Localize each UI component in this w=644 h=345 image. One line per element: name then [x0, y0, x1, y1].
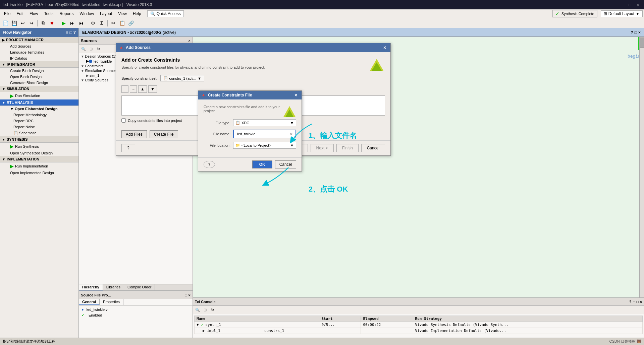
nav-item-run-synthesis[interactable]: ▶ Run Synthesis: [0, 143, 78, 150]
finish-btn[interactable]: Finish: [336, 144, 359, 152]
maximize-btn[interactable]: □: [627, 1, 633, 8]
new-btn[interactable]: 📄: [1, 19, 9, 27]
nav-section-header-sim[interactable]: ▼ SIMULATION: [0, 86, 78, 92]
sources-close-btn[interactable]: ×: [188, 39, 191, 43]
restart-btn[interactable]: ⏮: [77, 19, 85, 27]
ccd-filetype-select[interactable]: 📋 XDC ▼: [233, 119, 296, 126]
sources-refresh-btn[interactable]: ↻: [95, 46, 102, 52]
flow-nav-help-icon[interactable]: ?: [73, 30, 76, 35]
sfp-float-icon[interactable]: □: [185, 293, 187, 297]
add-files-btn[interactable]: Add Files: [121, 130, 147, 138]
step-btn[interactable]: ⏭: [68, 19, 76, 27]
sources-search-btn[interactable]: 🔍: [80, 46, 87, 52]
close-btn[interactable]: ×: [635, 1, 641, 8]
layout-dropdown[interactable]: ⊞ Default Layout ▼: [601, 10, 643, 17]
nav-item-report-drc[interactable]: Report DRC: [0, 118, 78, 124]
nav-item-generate-block-design[interactable]: Generate Block Design: [0, 80, 78, 86]
ccd-location-select[interactable]: 📁 <Local to Project> ▼: [233, 142, 296, 149]
move-down-btn[interactable]: ▼: [148, 85, 157, 93]
sigma-btn[interactable]: Σ: [98, 19, 106, 27]
tcl-close-icon[interactable]: ×: [640, 300, 642, 304]
tab-hierarchy[interactable]: Hierarchy: [79, 284, 103, 290]
sfp-tab-properties[interactable]: Properties: [100, 299, 123, 305]
menu-layout[interactable]: Layout: [97, 11, 115, 17]
copy-btn[interactable]: ⧉: [39, 19, 47, 27]
ccd-filename-clear-btn[interactable]: ✕: [288, 131, 294, 137]
sources-layout-btn[interactable]: ⊞: [88, 46, 94, 52]
save-btn[interactable]: 💾: [10, 19, 18, 27]
nav-item-language-templates[interactable]: Language Templates: [0, 49, 78, 55]
ccd-cancel-btn[interactable]: Cancel: [275, 160, 296, 168]
paste-btn[interactable]: 📋: [118, 19, 126, 27]
tcl-float-icon[interactable]: □: [636, 300, 639, 304]
tcl-cell-impl1-impl: constrs_1: [262, 328, 319, 334]
tcl-search-btn[interactable]: 🔍: [194, 306, 201, 313]
flow-nav-float-icon[interactable]: □: [69, 30, 72, 35]
undo-btn[interactable]: ↩: [19, 19, 27, 27]
constraint-set-value[interactable]: 📋 constrs_1 (acti... ▼: [160, 75, 205, 81]
nav-item-open-impl[interactable]: Open Implemented Design: [0, 170, 78, 176]
menu-flow[interactable]: Flow: [27, 11, 41, 17]
nav-section-header-project[interactable]: ▶ PROJECT MANAGER: [0, 37, 78, 43]
nav-item-run-simulation[interactable]: ▶ Run Simulation: [0, 92, 78, 99]
ccd-filename-input[interactable]: [235, 131, 288, 137]
nav-item-ip-catalog[interactable]: IP Catalog: [0, 55, 78, 61]
tab-libraries[interactable]: Libraries: [103, 284, 124, 290]
ccd-filetype-row: File type: 📋 XDC ▼: [204, 119, 296, 126]
flow-nav-pin-icon[interactable]: ≡: [66, 30, 68, 35]
nav-item-schematic[interactable]: 📋 Schematic: [0, 130, 78, 136]
nav-section-header-impl[interactable]: ▼ IMPLEMENTATION: [0, 156, 78, 162]
add-file-btn[interactable]: +: [121, 85, 128, 93]
quick-access-bar[interactable]: 🔍 Quick Access: [147, 10, 184, 17]
link-btn[interactable]: 🔗: [127, 19, 135, 27]
menu-view[interactable]: View: [115, 11, 129, 17]
tcl-help-icon[interactable]: ?: [629, 300, 632, 304]
settings-btn[interactable]: ⚙: [89, 19, 97, 27]
copy-constraints-checkbox[interactable]: [121, 118, 126, 123]
create-file-btn[interactable]: Create File: [150, 130, 178, 138]
sfp-close-icon[interactable]: ×: [189, 293, 191, 297]
move-up-btn[interactable]: ▲: [138, 85, 147, 93]
nav-section-header-rtl[interactable]: ▼ RTL ANALYSIS: [0, 99, 78, 106]
ccd-help-btn[interactable]: ?: [204, 161, 215, 168]
nav-item-run-impl[interactable]: ▶ Run Implementation: [0, 162, 78, 170]
menu-edit[interactable]: Edit: [14, 11, 26, 17]
sources-tabs: Hierarchy Libraries Compile Order: [79, 284, 193, 291]
nav-item-open-block-design[interactable]: Open Block Design: [0, 74, 78, 80]
menu-window[interactable]: Window: [77, 11, 97, 17]
tcl-min-icon[interactable]: −: [633, 300, 635, 304]
elaborated-float-icon[interactable]: □: [635, 30, 637, 35]
nav-section-header-synthesis[interactable]: ▼ SYNTHESIS: [0, 136, 78, 143]
tcl-layout-btn[interactable]: ⊞: [202, 306, 208, 313]
remove-file-btn[interactable]: −: [130, 85, 137, 93]
nav-item-report-methodology[interactable]: Report Methodology: [0, 112, 78, 118]
ccd-close-btn[interactable]: ×: [293, 92, 299, 98]
ccd-filetype-icon: 📋: [235, 121, 240, 125]
cut-btn[interactable]: ✂: [109, 19, 117, 27]
nav-item-open-elaborated[interactable]: ▼ Open Elaborated Design: [0, 106, 78, 112]
tcl-refresh-btn[interactable]: ↻: [209, 306, 216, 313]
nav-item-create-block-design[interactable]: Create Block Design: [0, 68, 78, 74]
minimize-btn[interactable]: −: [619, 1, 625, 8]
tab-compile-order[interactable]: Compile Order: [124, 284, 155, 290]
add-sources-help-btn[interactable]: ?: [121, 144, 135, 152]
elaborated-help-icon[interactable]: ?: [631, 30, 633, 35]
add-sources-close-btn[interactable]: ×: [382, 45, 388, 51]
run-btn[interactable]: ▶: [60, 19, 68, 27]
nav-item-report-noise[interactable]: Report Noise: [0, 124, 78, 130]
ccd-ok-btn[interactable]: OK: [252, 160, 272, 168]
elaborated-close-icon[interactable]: ×: [638, 30, 641, 35]
next-btn[interactable]: Next >: [311, 144, 334, 152]
design-scrollbar[interactable]: [639, 37, 644, 297]
menu-reports[interactable]: Reports: [57, 11, 76, 17]
nav-section-header-ip[interactable]: ▼ IP INTEGRATOR: [0, 61, 78, 68]
redo-btn[interactable]: ↪: [28, 19, 36, 27]
menu-help[interactable]: Help: [130, 11, 144, 17]
outer-cancel-btn[interactable]: Cancel: [361, 144, 385, 152]
delete-btn[interactable]: ✖: [48, 19, 56, 27]
menu-file[interactable]: File: [1, 11, 13, 17]
nav-item-add-sources[interactable]: Add Sources: [0, 43, 78, 49]
menu-tools[interactable]: Tools: [41, 11, 56, 17]
nav-item-open-synthesized[interactable]: Open Synthesized Design: [0, 150, 78, 156]
sfp-tab-general[interactable]: General: [79, 299, 100, 305]
